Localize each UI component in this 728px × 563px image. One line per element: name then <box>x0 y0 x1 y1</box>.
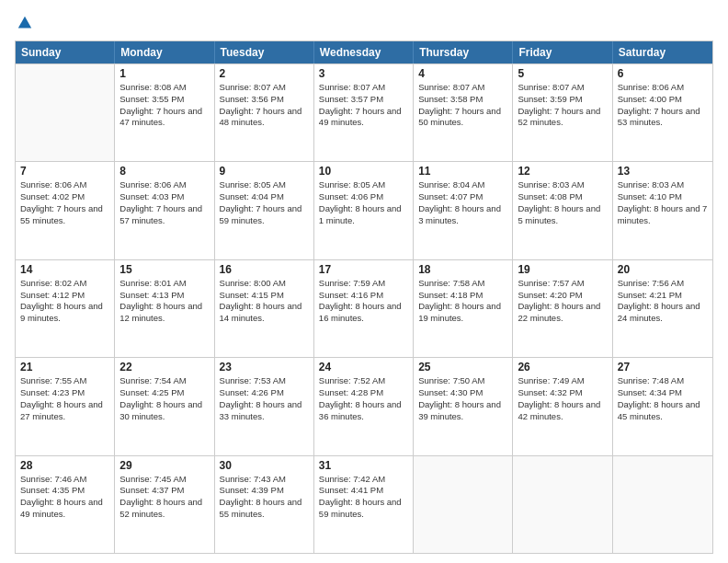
day-info: Sunrise: 7:48 AMSunset: 4:34 PMDaylight:… <box>618 375 708 422</box>
calendar-cell: 23Sunrise: 7:53 AMSunset: 4:26 PMDayligh… <box>215 358 314 454</box>
day-number: 20 <box>618 263 708 276</box>
calendar-cell: 14Sunrise: 8:02 AMSunset: 4:12 PMDayligh… <box>16 260 115 357</box>
calendar-header: SundayMondayTuesdayWednesdayThursdayFrid… <box>16 41 712 63</box>
day-number: 18 <box>418 263 507 276</box>
calendar: SundayMondayTuesdayWednesdayThursdayFrid… <box>15 40 713 554</box>
day-info: Sunrise: 8:07 AMSunset: 3:57 PMDaylight:… <box>319 82 408 129</box>
day-number: 16 <box>220 263 309 276</box>
day-info: Sunrise: 7:59 AMSunset: 4:16 PMDaylight:… <box>319 278 408 325</box>
day-number: 22 <box>119 361 209 373</box>
day-number: 6 <box>618 67 708 80</box>
calendar-cell: 31Sunrise: 7:42 AMSunset: 4:41 PMDayligh… <box>314 456 414 553</box>
calendar-cell: 9Sunrise: 8:05 AMSunset: 4:04 PMDaylight… <box>215 162 314 259</box>
calendar-cell: 8Sunrise: 8:06 AMSunset: 4:03 PMDaylight… <box>115 162 214 259</box>
day-info: Sunrise: 8:01 AMSunset: 4:13 PMDaylight:… <box>119 278 209 325</box>
day-info: Sunrise: 7:55 AMSunset: 4:23 PMDaylight:… <box>20 375 109 422</box>
day-info: Sunrise: 7:57 AMSunset: 4:20 PMDaylight:… <box>518 278 607 325</box>
calendar-cell: 30Sunrise: 7:43 AMSunset: 4:39 PMDayligh… <box>215 456 314 553</box>
day-number: 27 <box>618 361 708 373</box>
day-info: Sunrise: 8:06 AMSunset: 4:02 PMDaylight:… <box>20 179 109 226</box>
calendar-cell: 20Sunrise: 7:56 AMSunset: 4:21 PMDayligh… <box>613 260 712 357</box>
day-number: 19 <box>518 263 607 276</box>
calendar-cell: 19Sunrise: 7:57 AMSunset: 4:20 PMDayligh… <box>513 260 612 357</box>
day-info: Sunrise: 8:07 AMSunset: 3:56 PMDaylight:… <box>220 82 309 129</box>
calendar-cell: 26Sunrise: 7:49 AMSunset: 4:32 PMDayligh… <box>513 358 612 454</box>
weekday-header: Wednesday <box>314 41 414 63</box>
weekday-header: Sunday <box>16 41 115 63</box>
calendar-cell <box>513 456 612 553</box>
calendar-cell <box>613 456 712 553</box>
weekday-header: Friday <box>513 41 612 63</box>
calendar-cell: 5Sunrise: 8:07 AMSunset: 3:59 PMDaylight… <box>513 64 612 161</box>
logo-icon <box>17 15 33 31</box>
day-number: 2 <box>220 67 309 80</box>
calendar-cell: 7Sunrise: 8:06 AMSunset: 4:02 PMDaylight… <box>16 162 115 259</box>
day-number: 28 <box>20 459 109 472</box>
day-number: 17 <box>319 263 408 276</box>
calendar-cell: 12Sunrise: 8:03 AMSunset: 4:08 PMDayligh… <box>513 162 612 259</box>
day-info: Sunrise: 7:49 AMSunset: 4:32 PMDaylight:… <box>518 375 607 422</box>
header <box>15 15 713 31</box>
day-number: 14 <box>20 263 109 276</box>
day-info: Sunrise: 7:45 AMSunset: 4:37 PMDaylight:… <box>119 474 209 521</box>
calendar-cell: 25Sunrise: 7:50 AMSunset: 4:30 PMDayligh… <box>414 358 513 454</box>
day-info: Sunrise: 8:06 AMSunset: 4:03 PMDaylight:… <box>119 179 209 226</box>
day-info: Sunrise: 8:05 AMSunset: 4:04 PMDaylight:… <box>220 179 309 226</box>
calendar-cell: 27Sunrise: 7:48 AMSunset: 4:34 PMDayligh… <box>613 358 712 454</box>
weekday-header: Thursday <box>414 41 513 63</box>
calendar-cell: 6Sunrise: 8:06 AMSunset: 4:00 PMDaylight… <box>613 64 712 161</box>
day-info: Sunrise: 8:06 AMSunset: 4:00 PMDaylight:… <box>618 82 708 129</box>
calendar-cell: 22Sunrise: 7:54 AMSunset: 4:25 PMDayligh… <box>115 358 214 454</box>
page: SundayMondayTuesdayWednesdayThursdayFrid… <box>0 0 728 563</box>
day-number: 12 <box>518 165 607 178</box>
day-number: 5 <box>518 67 607 80</box>
calendar-cell: 1Sunrise: 8:08 AMSunset: 3:55 PMDaylight… <box>115 64 214 161</box>
day-info: Sunrise: 7:50 AMSunset: 4:30 PMDaylight:… <box>418 375 507 422</box>
calendar-cell: 29Sunrise: 7:45 AMSunset: 4:37 PMDayligh… <box>115 456 214 553</box>
svg-marker-0 <box>18 17 31 29</box>
day-number: 29 <box>119 459 209 472</box>
calendar-body: 1Sunrise: 8:08 AMSunset: 3:55 PMDaylight… <box>16 63 712 553</box>
day-info: Sunrise: 7:42 AMSunset: 4:41 PMDaylight:… <box>319 474 408 521</box>
calendar-cell: 18Sunrise: 7:58 AMSunset: 4:18 PMDayligh… <box>414 260 513 357</box>
calendar-cell: 17Sunrise: 7:59 AMSunset: 4:16 PMDayligh… <box>314 260 414 357</box>
day-number: 13 <box>618 165 708 178</box>
day-number: 23 <box>220 361 309 373</box>
day-info: Sunrise: 8:03 AMSunset: 4:10 PMDaylight:… <box>618 179 708 226</box>
calendar-cell: 21Sunrise: 7:55 AMSunset: 4:23 PMDayligh… <box>16 358 115 454</box>
day-number: 21 <box>20 361 109 373</box>
calendar-cell <box>414 456 513 553</box>
calendar-row: 7Sunrise: 8:06 AMSunset: 4:02 PMDaylight… <box>16 161 712 259</box>
calendar-row: 1Sunrise: 8:08 AMSunset: 3:55 PMDaylight… <box>16 63 712 161</box>
calendar-row: 28Sunrise: 7:46 AMSunset: 4:35 PMDayligh… <box>16 455 712 553</box>
day-info: Sunrise: 7:53 AMSunset: 4:26 PMDaylight:… <box>220 375 309 422</box>
day-info: Sunrise: 7:52 AMSunset: 4:28 PMDaylight:… <box>319 375 408 422</box>
day-info: Sunrise: 7:54 AMSunset: 4:25 PMDaylight:… <box>119 375 209 422</box>
day-number: 7 <box>20 165 109 178</box>
calendar-cell: 15Sunrise: 8:01 AMSunset: 4:13 PMDayligh… <box>115 260 214 357</box>
day-number: 11 <box>418 165 507 178</box>
calendar-cell: 28Sunrise: 7:46 AMSunset: 4:35 PMDayligh… <box>16 456 115 553</box>
day-number: 15 <box>119 263 209 276</box>
day-info: Sunrise: 8:07 AMSunset: 3:59 PMDaylight:… <box>518 82 607 129</box>
day-info: Sunrise: 7:43 AMSunset: 4:39 PMDaylight:… <box>220 474 309 521</box>
day-number: 31 <box>319 459 408 472</box>
day-number: 24 <box>319 361 408 373</box>
calendar-cell: 2Sunrise: 8:07 AMSunset: 3:56 PMDaylight… <box>215 64 314 161</box>
day-info: Sunrise: 8:08 AMSunset: 3:55 PMDaylight:… <box>119 82 209 129</box>
weekday-header: Tuesday <box>215 41 314 63</box>
day-info: Sunrise: 7:56 AMSunset: 4:21 PMDaylight:… <box>618 278 708 325</box>
day-number: 3 <box>319 67 408 80</box>
weekday-header: Monday <box>115 41 214 63</box>
day-info: Sunrise: 8:07 AMSunset: 3:58 PMDaylight:… <box>418 82 507 129</box>
calendar-cell: 11Sunrise: 8:04 AMSunset: 4:07 PMDayligh… <box>414 162 513 259</box>
calendar-cell: 13Sunrise: 8:03 AMSunset: 4:10 PMDayligh… <box>613 162 712 259</box>
calendar-row: 14Sunrise: 8:02 AMSunset: 4:12 PMDayligh… <box>16 259 712 357</box>
calendar-cell <box>16 64 115 161</box>
day-number: 30 <box>220 459 309 472</box>
day-info: Sunrise: 8:04 AMSunset: 4:07 PMDaylight:… <box>418 179 507 226</box>
calendar-cell: 16Sunrise: 8:00 AMSunset: 4:15 PMDayligh… <box>215 260 314 357</box>
calendar-row: 21Sunrise: 7:55 AMSunset: 4:23 PMDayligh… <box>16 357 712 454</box>
day-number: 25 <box>418 361 507 373</box>
day-number: 1 <box>119 67 209 80</box>
